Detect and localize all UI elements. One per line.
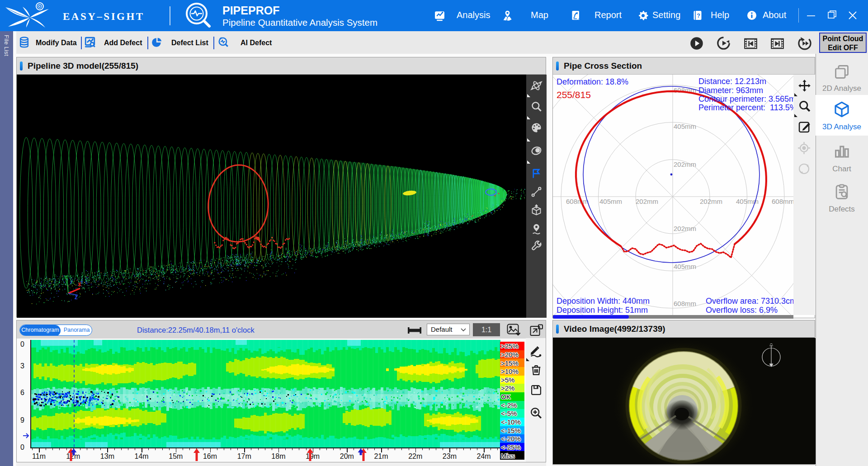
- svg-text:Overflow loss: 6.9%: Overflow loss: 6.9%: [706, 306, 778, 315]
- svg-text:Deposition Width: 440mm: Deposition Width: 440mm: [557, 297, 650, 306]
- svg-text:608mm: 608mm: [674, 300, 696, 307]
- svg-text:405mm: 405mm: [674, 122, 696, 130]
- svg-text:Distance: 12.213m: Distance: 12.213m: [698, 77, 766, 86]
- svg-text:Diameter: 963mm: Diameter: 963mm: [698, 86, 763, 95]
- svg-text:Z: Z: [75, 295, 78, 300]
- svg-text:Deformation: 18.8%: Deformation: 18.8%: [557, 77, 628, 86]
- svg-text:Contour perimeter: 3.565m: Contour perimeter: 3.565m: [698, 94, 793, 104]
- svg-text:Perimeter percent: 113.5%: Perimeter percent: 113.5%: [698, 103, 793, 112]
- svg-text:?: ?: [697, 13, 700, 19]
- svg-text:405mm: 405mm: [599, 198, 622, 205]
- svg-text:405mm: 405mm: [674, 263, 696, 270]
- svg-text:255/815: 255/815: [557, 89, 591, 100]
- svg-text:202mm: 202mm: [636, 198, 658, 205]
- svg-text:Y: Y: [64, 274, 68, 280]
- svg-text:202mm: 202mm: [674, 225, 696, 232]
- svg-text:608mm: 608mm: [772, 198, 793, 205]
- svg-text:X: X: [78, 282, 81, 287]
- svg-text:Overflow area: 7310.3cm²: Overflow area: 7310.3cm²: [706, 297, 793, 306]
- svg-text:Deposition Height: 51mm: Deposition Height: 51mm: [557, 306, 648, 315]
- svg-text:202mm: 202mm: [674, 160, 696, 168]
- svg-text:202mm: 202mm: [700, 198, 722, 205]
- svg-text:608mm: 608mm: [566, 198, 589, 205]
